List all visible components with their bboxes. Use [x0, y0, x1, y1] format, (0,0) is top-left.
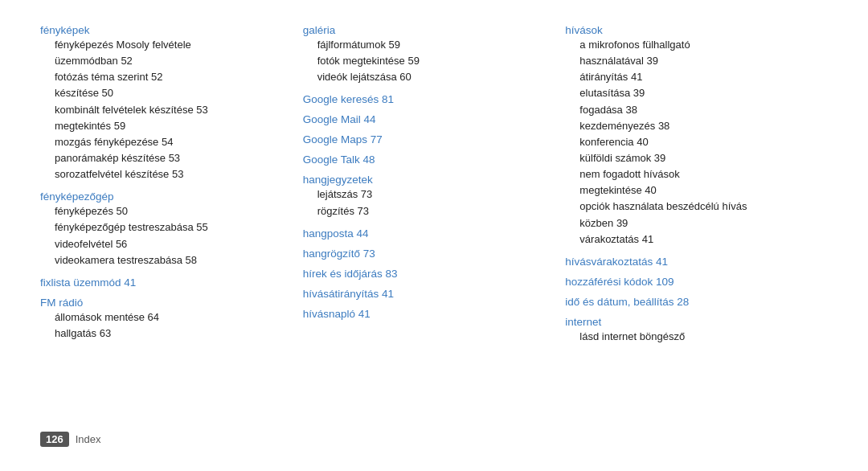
column-3: hívásoka mikrofonos fülhallgatóhasználat…: [565, 24, 828, 420]
sub-entry-0-0-5: megtekintés 59: [40, 118, 287, 134]
sub-entry-1-0-2: videók lejátszása 60: [303, 69, 550, 85]
sub-entry-0-0-1: üzemmódban 52: [40, 53, 287, 69]
section-header-0-2: fixlista üzemmód 41: [40, 276, 287, 289]
sub-entry-2-0-0: a mikrofonos fülhallgató: [565, 37, 812, 53]
sub-entry-0-0-3: készítése 50: [40, 85, 287, 101]
sub-entry-2-0-11: közben 39: [565, 215, 812, 231]
sub-entry-0-1-1: fényképezőgép testreszabása 55: [40, 219, 287, 236]
sub-entry-2-4-0: lásd internet böngésző: [565, 329, 812, 345]
sub-entry-2-0-8: nem fogadott hívások: [565, 166, 812, 182]
section-header-2-0: hívások: [565, 24, 812, 36]
section-header-2-3: idő és dátum, beállítás 28: [565, 296, 812, 308]
section-header-0-3: FM rádió: [40, 297, 287, 309]
sub-entry-2-0-10: opciók használata beszédcélú hívás: [565, 199, 812, 215]
section-header-1-9: hívásátirányítás 41: [303, 288, 550, 300]
sub-entry-1-5-0: lejátszás 73: [303, 186, 550, 203]
section-header-1-5: hangjegyzetek: [303, 174, 550, 186]
section-header-2-2: hozzáférési kódok 109: [565, 276, 812, 288]
section-header-1-3: Google Maps 77: [303, 133, 550, 145]
sub-entry-0-1-0: fényképezés 50: [40, 203, 287, 219]
sub-entry-2-0-1: használatával 39: [565, 53, 812, 69]
sub-entry-2-0-3: elutasítása 39: [565, 85, 812, 101]
section-header-1-2: Google Mail 44: [303, 113, 550, 125]
sub-entry-0-0-2: fotózás téma szerint 52: [40, 69, 287, 85]
sub-entry-2-0-6: konferencia 40: [565, 134, 812, 150]
section-header-1-6: hangposta 44: [303, 227, 550, 240]
sub-entry-2-0-9: megtekintése 40: [565, 182, 812, 199]
sub-entry-2-0-5: kezdeményezés 38: [565, 118, 812, 134]
column-1: fényképekfényképezés Mosoly felvételeüze…: [40, 24, 303, 420]
page: fényképekfényképezés Mosoly felvételeüze…: [0, 0, 868, 471]
sub-entry-0-3-0: állomások mentése 64: [40, 309, 287, 326]
index-columns: fényképekfényképezés Mosoly felvételeüze…: [40, 24, 828, 420]
sub-entry-0-3-1: hallgatás 63: [40, 326, 287, 342]
footer: 126 Index: [40, 428, 828, 447]
sub-entry-2-0-12: várakoztatás 41: [565, 231, 812, 248]
sub-entry-2-0-4: fogadása 38: [565, 102, 812, 118]
section-header-0-0: fényképek: [40, 24, 287, 36]
page-number: 126: [40, 432, 69, 447]
sub-entry-2-0-2: átirányítás 41: [565, 69, 812, 85]
column-2: galériafájlformátumok 59fotók megtekinté…: [303, 24, 566, 420]
sub-entry-1-5-1: rögzítés 73: [303, 203, 550, 219]
section-header-1-8: hírek és időjárás 83: [303, 268, 550, 280]
sub-entry-0-1-2: videofelvétel 56: [40, 236, 287, 252]
section-header-2-1: hívásvárakoztatás 41: [565, 256, 812, 268]
index-label: Index: [76, 433, 101, 445]
section-header-1-0: galéria: [303, 24, 550, 36]
sub-entry-0-1-3: videokamera testreszabása 58: [40, 252, 287, 268]
section-header-2-4: internet: [565, 316, 812, 328]
sub-entry-0-0-8: sorozatfelvétel készítése 53: [40, 166, 287, 182]
section-header-1-4: Google Talk 48: [303, 154, 550, 166]
sub-entry-2-0-7: külföldi számok 39: [565, 150, 812, 166]
sub-entry-0-0-4: kombinált felvételek készítése 53: [40, 102, 287, 118]
section-header-1-10: hívásnapló 41: [303, 308, 550, 320]
section-header-1-7: hangrögzítő 73: [303, 248, 550, 260]
section-header-0-1: fényképezőgép: [40, 190, 287, 203]
sub-entry-0-0-0: fényképezés Mosoly felvétele: [40, 37, 287, 53]
sub-entry-1-0-0: fájlformátumok 59: [303, 37, 550, 53]
sub-entry-0-0-6: mozgás fényképezése 54: [40, 134, 287, 150]
sub-entry-1-0-1: fotók megtekintése 59: [303, 53, 550, 69]
section-header-1-1: Google keresés 81: [303, 93, 550, 105]
sub-entry-0-0-7: panorámakép készítése 53: [40, 150, 287, 166]
